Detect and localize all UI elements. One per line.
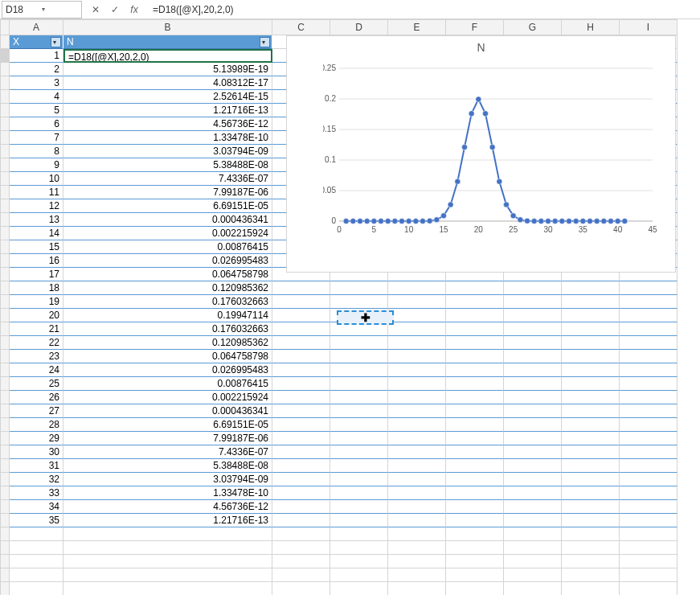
cell-x[interactable]: 25	[10, 377, 63, 391]
cell[interactable]	[272, 555, 330, 568]
cell-x[interactable]: 21	[10, 322, 63, 336]
cell[interactable]	[10, 555, 63, 568]
table-header-X[interactable]: X	[10, 35, 63, 49]
cell[interactable]	[620, 514, 677, 527]
cell-n[interactable]: 0.120985362	[63, 281, 272, 295]
cell[interactable]	[272, 527, 330, 541]
cell-x[interactable]: 26	[10, 391, 63, 404]
row-header[interactable]	[0, 377, 10, 391]
col-header-E[interactable]: E	[388, 19, 446, 35]
cell[interactable]	[272, 350, 330, 363]
cell[interactable]	[446, 391, 504, 404]
cell[interactable]	[272, 309, 330, 322]
cell[interactable]	[620, 445, 677, 459]
col-header-C[interactable]: C	[272, 19, 330, 35]
cell[interactable]	[388, 295, 446, 309]
cell[interactable]	[562, 432, 620, 445]
cell[interactable]	[63, 527, 272, 541]
cell[interactable]	[272, 363, 330, 377]
cell-n[interactable]: 7.4336E-07	[63, 172, 272, 186]
cell[interactable]	[620, 309, 677, 322]
cell[interactable]	[388, 281, 446, 295]
cell[interactable]	[272, 445, 330, 459]
cell-x[interactable]: 10	[10, 172, 63, 186]
col-header-G[interactable]: G	[504, 19, 562, 35]
cell[interactable]	[446, 459, 504, 473]
cell[interactable]	[272, 391, 330, 404]
cell[interactable]	[272, 336, 330, 350]
cell[interactable]	[562, 404, 620, 418]
cell[interactable]	[446, 295, 504, 309]
cell[interactable]	[562, 527, 620, 541]
cell-n[interactable]: 0.026995483	[63, 363, 272, 377]
cell[interactable]	[504, 473, 562, 486]
cell-x[interactable]: 15	[10, 240, 63, 254]
cell-n[interactable]: 7.99187E-06	[63, 432, 272, 445]
row-header[interactable]	[0, 500, 10, 514]
row-header[interactable]	[0, 404, 10, 418]
cell[interactable]	[330, 377, 388, 391]
cell[interactable]	[63, 555, 272, 568]
cell[interactable]	[388, 336, 446, 350]
cell-x[interactable]: 27	[10, 404, 63, 418]
cell[interactable]	[272, 418, 330, 432]
cell[interactable]	[272, 295, 330, 309]
row-header[interactable]	[0, 172, 10, 186]
cell-x[interactable]: 11	[10, 186, 63, 199]
cell-n[interactable]: 6.69151E-05	[63, 199, 272, 213]
cell[interactable]	[330, 432, 388, 445]
cell-n[interactable]: 0.120985362	[63, 336, 272, 350]
cell[interactable]	[504, 486, 562, 500]
cell[interactable]	[504, 350, 562, 363]
cell[interactable]	[504, 404, 562, 418]
cell[interactable]	[330, 418, 388, 432]
cell-n[interactable]: 4.56736E-12	[63, 500, 272, 514]
row-header[interactable]	[0, 186, 10, 199]
cell-n[interactable]: 1.33478E-10	[63, 486, 272, 500]
row-header[interactable]	[0, 445, 10, 459]
cell[interactable]	[446, 322, 504, 336]
cell[interactable]	[562, 568, 620, 582]
cell[interactable]	[446, 432, 504, 445]
cell[interactable]	[620, 418, 677, 432]
cell[interactable]	[504, 363, 562, 377]
cell[interactable]	[620, 582, 677, 595]
row-header[interactable]	[0, 131, 10, 145]
cell[interactable]	[388, 418, 446, 432]
row-header[interactable]	[0, 158, 10, 172]
row-header[interactable]	[0, 432, 10, 445]
cell[interactable]	[272, 514, 330, 527]
cell[interactable]	[330, 295, 388, 309]
row-header[interactable]	[0, 281, 10, 295]
cell[interactable]	[446, 418, 504, 432]
cell[interactable]	[272, 404, 330, 418]
cell[interactable]	[504, 309, 562, 322]
cell[interactable]	[504, 336, 562, 350]
row-header[interactable]	[0, 514, 10, 527]
col-header-I[interactable]: I	[620, 19, 677, 35]
row-header[interactable]	[0, 309, 10, 322]
cell[interactable]	[504, 281, 562, 295]
row-header[interactable]	[0, 295, 10, 309]
cell[interactable]	[446, 541, 504, 555]
cell[interactable]	[330, 473, 388, 486]
cell[interactable]	[446, 486, 504, 500]
cell[interactable]	[620, 527, 677, 541]
cell[interactable]	[562, 377, 620, 391]
cell-x[interactable]: 6	[10, 117, 63, 131]
cell[interactable]	[330, 486, 388, 500]
cell-n[interactable]: 3.03794E-09	[63, 473, 272, 486]
row-header[interactable]	[0, 336, 10, 350]
cell[interactable]	[504, 418, 562, 432]
cell[interactable]	[446, 281, 504, 295]
cell[interactable]	[272, 473, 330, 486]
cell[interactable]	[388, 514, 446, 527]
cell[interactable]	[562, 281, 620, 295]
row-header[interactable]	[0, 473, 10, 486]
cell[interactable]	[620, 486, 677, 500]
cell[interactable]	[620, 281, 677, 295]
cell[interactable]	[504, 568, 562, 582]
formula-input[interactable]: =D18([@X],20,2,0)	[148, 4, 700, 15]
cell[interactable]	[562, 473, 620, 486]
cell[interactable]	[63, 582, 272, 595]
